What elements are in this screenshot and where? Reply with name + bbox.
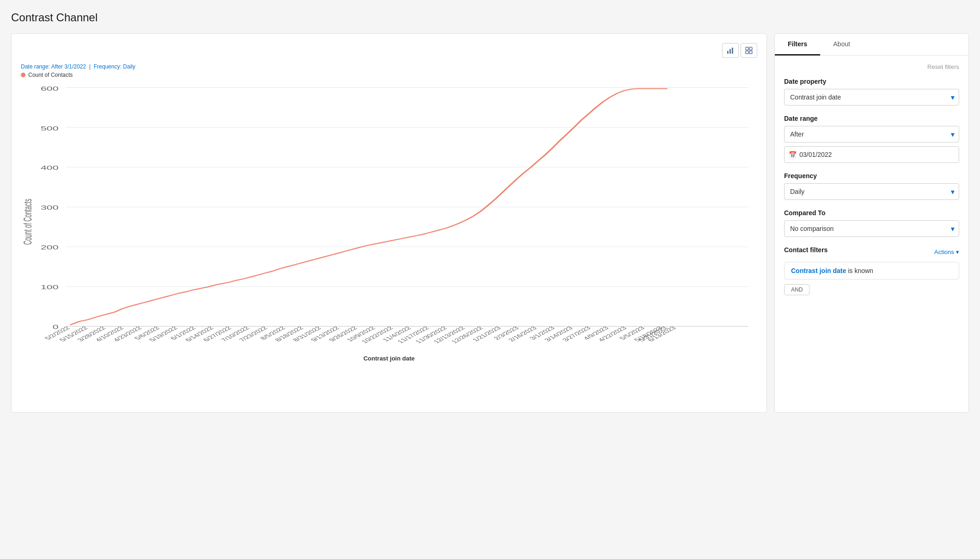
date-input-wrapper: 📅 [784,146,959,163]
compared-to-select-wrapper: No comparison ▾ [784,220,959,237]
reset-filters-link[interactable]: Reset filters [927,63,959,70]
calendar-icon: 📅 [789,151,797,158]
chart-svg: 0 100 200 300 400 500 600 Count of Conta… [21,83,757,351]
chart-toolbar [21,43,757,58]
date-property-label: Date property [784,78,959,85]
reset-filters-container: Reset filters [784,63,959,70]
filters-panel: Filters About Reset filters Date propert… [774,33,969,413]
frequency-label: Frequency [784,172,959,180]
chart-area: 0 100 200 300 400 500 600 Count of Conta… [21,83,757,351]
filter-condition: is known [846,267,873,274]
compared-to-select[interactable]: No comparison [784,220,959,237]
filters-content: Reset filters Date property Contrast joi… [775,56,968,312]
page-container: Contrast Channel [0,0,980,559]
svg-text:Count of Contacts: Count of Contacts [22,199,34,245]
svg-text:600: 600 [41,85,59,92]
and-button[interactable]: AND [784,284,810,295]
svg-rect-4 [749,47,752,50]
svg-text:300: 300 [41,205,59,211]
svg-rect-5 [746,51,748,54]
table-view-button[interactable] [741,43,757,58]
chart-panel: Date range: After 3/1/2022 | Frequency: … [11,33,767,413]
tab-filters[interactable]: Filters [775,34,820,56]
svg-text:200: 200 [41,244,59,251]
tab-about[interactable]: About [820,34,863,56]
date-property-select[interactable]: Contrast join date [784,89,959,106]
svg-rect-3 [746,47,748,50]
svg-rect-2 [732,48,733,54]
contact-filter-row: Contrast join date is known [784,262,959,280]
date-range-group: Date range After ▾ 📅 [784,115,959,163]
chart-xlabel: Contrast join date [21,355,757,362]
contact-filters-label: Contact filters [784,246,828,254]
date-property-select-wrapper: Contrast join date ▾ [784,89,959,106]
svg-text:500: 500 [41,125,59,131]
actions-chevron-icon: ▾ [956,248,959,255]
frequency-select-wrapper: Daily ▾ [784,183,959,200]
chart-view-button[interactable] [722,43,739,58]
filter-property: Contrast join date [791,267,846,274]
actions-label: Actions [934,248,954,255]
compared-to-label: Compared To [784,209,959,217]
date-range-select-wrapper: After ▾ [784,126,959,143]
compared-to-group: Compared To No comparison ▾ [784,209,959,237]
date-range-select[interactable]: After [784,126,959,143]
svg-text:400: 400 [41,165,59,171]
contact-filters-header: Contact filters Actions ▾ [784,246,959,257]
date-range-label: Date range [784,115,959,122]
date-input[interactable] [784,146,959,163]
chart-meta: Date range: After 3/1/2022 | Frequency: … [21,63,757,78]
frequency-group: Frequency Daily ▾ [784,172,959,200]
svg-text:100: 100 [41,284,59,291]
legend-label: Count of Contacts [28,72,73,78]
svg-rect-0 [727,51,729,54]
svg-rect-1 [729,49,731,54]
date-property-group: Date property Contrast join date ▾ [784,78,959,106]
contact-filters-group: Contact filters Actions ▾ Contrast join … [784,246,959,295]
main-layout: Date range: After 3/1/2022 | Frequency: … [11,33,969,413]
chart-date-range-label: Date range: After 3/1/2022 | Frequency: … [21,63,757,70]
page-title: Contrast Channel [11,11,969,24]
frequency-select[interactable]: Daily [784,183,959,200]
actions-button[interactable]: Actions ▾ [934,248,959,255]
chart-legend: Count of Contacts [21,72,757,78]
tabs: Filters About [775,34,968,56]
svg-rect-6 [749,51,752,54]
legend-dot [21,73,25,77]
